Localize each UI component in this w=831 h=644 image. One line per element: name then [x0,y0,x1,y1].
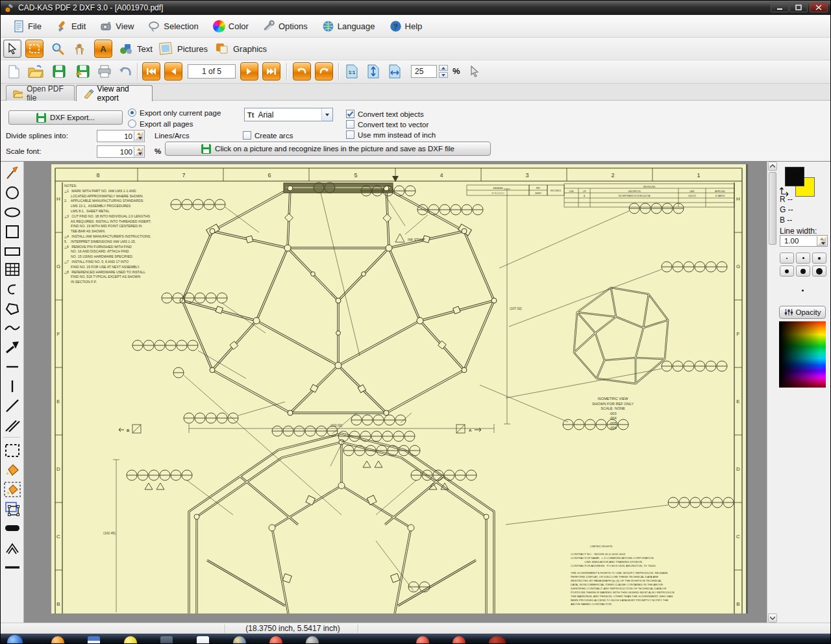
radio-export-current[interactable]: Export only current page [128,108,221,117]
spinner-control[interactable] [134,147,143,156]
taskbar-app-icon[interactable] [233,636,246,644]
arrow-tool[interactable] [3,339,21,356]
ellipse-tool[interactable] [3,204,21,221]
fill-selection-tool[interactable] [3,481,21,498]
freehand-curve-tool[interactable] [3,319,21,336]
vertical-scroll-thumb[interactable] [769,172,776,245]
scroll-up-arrow[interactable] [768,162,777,171]
menu-options[interactable]: Options [258,18,313,35]
select-rectangle-tool[interactable] [3,442,21,459]
parallel-lines-tool[interactable] [3,417,21,434]
scroll-down-arrow[interactable] [768,613,777,623]
zoom-tool[interactable] [49,40,67,58]
open-curve-tool[interactable] [3,281,21,298]
document-canvas[interactable]: 87 65 43 21 HG FE DC B HG FE DC B [24,162,767,613]
last-page-button[interactable] [262,62,280,80]
fill-bucket-tool[interactable] [3,462,21,478]
circle-tool[interactable] [3,184,21,201]
zoom-level-input[interactable]: 25 [411,65,437,78]
text-insert-tool[interactable]: A [94,40,112,58]
pen-size-3-button[interactable] [812,253,826,264]
vertical-line-tool[interactable] [3,378,21,395]
select-cursor-tool[interactable] [3,40,21,58]
vertical-scrollbar[interactable] [767,162,777,623]
menu-help[interactable]: ? Help [384,18,428,35]
pictures-mode-button[interactable]: Pictures [159,40,208,58]
zoom-actual-size-button[interactable]: 1:1 [343,62,360,80]
checkbox-convert-vector[interactable]: Convert text to vector [346,120,428,129]
select-region-tool[interactable] [25,40,43,58]
new-file-button[interactable] [5,62,23,80]
taskbar-app-icon[interactable] [306,636,319,644]
polygon-tool[interactable] [3,301,21,317]
print-button[interactable] [95,62,114,80]
taskbar-app-icon[interactable] [453,636,465,644]
menu-selection[interactable]: Selection [143,18,203,35]
first-page-button[interactable] [142,62,160,80]
taskbar-app-icon[interactable] [197,636,209,644]
pan-hand-tool[interactable] [71,40,89,58]
spinner-control[interactable] [817,236,826,246]
menu-language[interactable]: Language [317,18,380,35]
previous-page-button[interactable] [164,62,182,80]
start-orb[interactable] [7,635,23,644]
taskbar-app-icon[interactable] [124,636,137,644]
menu-view[interactable]: View [95,18,139,35]
zoom-up-button[interactable] [439,65,448,71]
pen-size-5-button[interactable] [796,266,810,277]
radio-export-all[interactable]: Export all pages [128,119,193,128]
taskbar-app-icon[interactable] [160,636,173,644]
square-tool[interactable] [3,223,21,240]
tab-open-pdf[interactable]: Open PDF file [6,85,75,101]
rotate-left-button[interactable] [293,62,311,80]
recognize-lines-button[interactable]: Click on a picture and recognize lines i… [165,142,491,156]
menu-color[interactable]: Color [208,18,254,35]
checkbox-use-mm[interactable]: Use mm instead of inch [346,130,436,139]
checkbox-convert-text[interactable]: Convert text objects [346,110,424,118]
save-button[interactable] [50,62,68,80]
table-grid-tool[interactable] [3,261,21,278]
double-chevron-tool[interactable] [3,539,21,556]
tab-view-export[interactable]: View and export [76,85,153,101]
pen-size-4-button[interactable] [780,266,794,277]
horizontal-line-tool[interactable] [3,358,21,375]
line-width-input[interactable]: 1.00 [780,235,828,247]
dxf-export-button[interactable]: DXF Export... [8,110,123,125]
pen-size-6-button[interactable] [812,266,826,277]
scale-font-input[interactable]: 100 [97,145,145,158]
filled-rounded-rect-tool[interactable] [3,520,21,537]
taskbar-app-icon[interactable] [51,636,64,644]
checkbox-create-arcs[interactable]: Create arcs [243,131,293,140]
menu-file[interactable]: File [7,18,47,35]
save-as-button[interactable] [73,62,92,80]
opacity-button[interactable]: Opacity [779,306,826,319]
diagonal-line-tool[interactable] [3,397,21,414]
undo-button[interactable] [116,62,134,80]
foreground-color-swatch[interactable] [785,167,804,186]
color-picker-gradient[interactable] [779,321,826,388]
text-mode-button[interactable]: Text [119,40,153,58]
taskbar-app-icon[interactable] [88,636,100,644]
paintbrush-tool[interactable] [3,165,21,182]
zoom-down-button[interactable] [439,72,448,78]
close-button[interactable] [810,2,828,12]
pointer-mode-button[interactable] [465,62,484,80]
menu-edit[interactable]: Edit [51,18,91,35]
fit-height-button[interactable] [365,62,382,80]
fit-width-button[interactable] [386,62,403,80]
next-page-button[interactable] [240,62,258,80]
rotate-right-button[interactable] [315,62,333,80]
minimize-button[interactable] [771,2,789,12]
zoom-spinner[interactable] [439,65,448,78]
spinner-control[interactable] [134,131,143,141]
page-indicator[interactable]: 1 of 5 [188,64,236,79]
divide-splines-input[interactable]: 10 [97,130,145,142]
transform-selection-tool[interactable] [3,501,21,517]
taskbar-app-icon[interactable] [489,636,506,644]
open-file-button[interactable] [27,62,45,80]
graphics-mode-button[interactable]: Graphics [215,40,267,58]
taskbar-app-icon[interactable] [269,636,282,644]
thick-line-tool[interactable] [3,559,21,576]
pen-size-1-button[interactable] [780,253,794,264]
rectangle-tool[interactable] [3,243,21,260]
